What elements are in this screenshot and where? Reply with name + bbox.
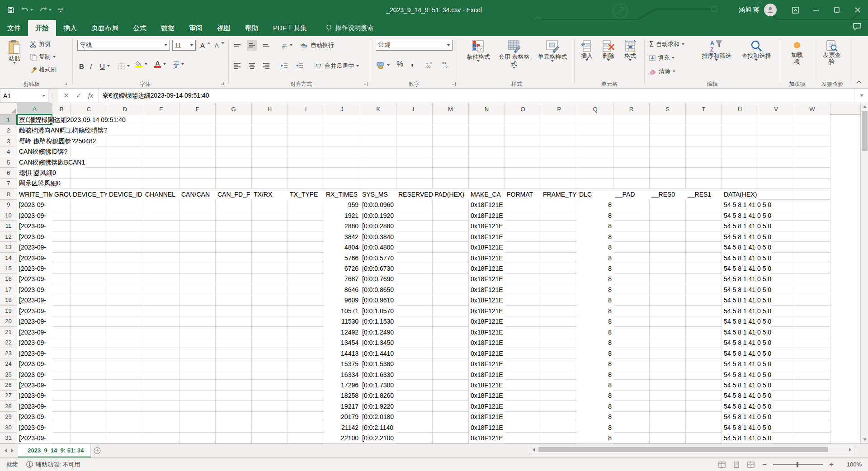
cell-K2[interactable] — [360, 125, 396, 136]
cell-U7[interactable] — [722, 179, 758, 189]
cell-V3[interactable] — [758, 136, 794, 146]
cell-C15[interactable] — [71, 263, 107, 273]
horizontal-scrollbar-thumb[interactable] — [538, 447, 828, 452]
cell-H10[interactable] — [252, 210, 288, 221]
cell-J26[interactable] — [324, 380, 360, 390]
cell-R8[interactable] — [613, 189, 650, 199]
cell-G24[interactable] — [216, 358, 252, 369]
column-header-C[interactable]: C — [71, 103, 107, 115]
cell-N30[interactable] — [469, 422, 505, 433]
cell-G2[interactable] — [216, 125, 252, 136]
cell-G17[interactable] — [216, 284, 252, 295]
cell-M30[interactable] — [433, 422, 469, 433]
cell-J28[interactable] — [324, 401, 360, 411]
cell-B31[interactable] — [52, 433, 71, 443]
cell-L23[interactable] — [396, 348, 433, 358]
cell-D19[interactable] — [107, 306, 143, 316]
cell-C4[interactable] — [71, 146, 107, 157]
cell-R27[interactable] — [613, 391, 650, 401]
cell-B24[interactable] — [52, 358, 71, 369]
cell-D20[interactable] — [107, 316, 143, 327]
cell-B12[interactable] — [52, 231, 71, 242]
cell-L26[interactable] — [396, 380, 433, 390]
cell-F6[interactable] — [179, 168, 216, 178]
cell-O4[interactable] — [505, 146, 541, 157]
cell-U2[interactable] — [722, 125, 758, 136]
cell-T31[interactable] — [686, 433, 722, 443]
cell-K13[interactable] — [360, 242, 396, 252]
cell-T7[interactable] — [686, 179, 722, 189]
cell-E7[interactable] — [143, 179, 179, 189]
cell-M14[interactable] — [433, 253, 469, 263]
merge-center-button[interactable]: 合并后居中 — [313, 61, 361, 71]
cell-V13[interactable] — [758, 242, 794, 252]
cell-S13[interactable] — [650, 242, 686, 252]
row-header-30[interactable]: 30 — [0, 422, 17, 433]
cell-C11[interactable] — [71, 221, 107, 231]
cell-C23[interactable] — [71, 348, 107, 358]
cell-H26[interactable] — [252, 380, 288, 390]
cell-I12[interactable] — [288, 231, 324, 242]
cell-S9[interactable] — [650, 200, 686, 210]
cell-F16[interactable] — [179, 274, 216, 284]
cell-W13[interactable] — [794, 242, 830, 252]
cell-J9[interactable] — [324, 200, 360, 210]
cell-S4[interactable] — [650, 146, 686, 157]
vertical-scrollbar[interactable] — [860, 103, 868, 443]
cell-I4[interactable] — [288, 146, 324, 157]
cell-I22[interactable] — [288, 337, 324, 348]
cell-I3[interactable] — [288, 136, 324, 146]
addins-button[interactable]: 加载项 — [787, 38, 807, 66]
cell-C13[interactable] — [71, 242, 107, 252]
cell-P5[interactable] — [541, 157, 577, 168]
cell-F8[interactable] — [179, 189, 216, 199]
cell-E1[interactable] — [143, 115, 179, 125]
cell-O18[interactable] — [505, 295, 541, 306]
cell-G4[interactable] — [216, 146, 252, 157]
cell-A29[interactable] — [17, 412, 52, 422]
cell-U13[interactable] — [722, 242, 758, 252]
cell-G23[interactable] — [216, 348, 252, 358]
cell-B8[interactable] — [52, 189, 71, 199]
column-header-M[interactable]: M — [433, 103, 469, 115]
cell-J5[interactable] — [324, 157, 360, 168]
row-header-16[interactable]: 16 — [0, 274, 17, 284]
cell-W5[interactable] — [794, 157, 830, 168]
cell-P19[interactable] — [541, 306, 577, 316]
alignment-dialog-launcher[interactable] — [363, 82, 368, 86]
cell-O29[interactable] — [505, 412, 541, 422]
cell-E25[interactable] — [143, 369, 179, 380]
new-sheet-button[interactable] — [91, 444, 104, 457]
cell-K12[interactable] — [360, 231, 396, 242]
cell-T30[interactable] — [686, 422, 722, 433]
cell-D25[interactable] — [107, 369, 143, 380]
cell-M15[interactable] — [433, 263, 469, 273]
ribbon-display-options-button[interactable] — [785, 0, 806, 20]
cell-O28[interactable] — [505, 401, 541, 411]
cell-R19[interactable] — [613, 306, 650, 316]
cell-T11[interactable] — [686, 221, 722, 231]
cell-I20[interactable] — [288, 316, 324, 327]
cell-A30[interactable] — [17, 422, 52, 433]
cell-B26[interactable] — [52, 380, 71, 390]
cell-J31[interactable] — [324, 433, 360, 443]
cell-S15[interactable] — [650, 263, 686, 273]
column-header-F[interactable]: F — [179, 103, 216, 115]
cell-L25[interactable] — [396, 369, 433, 380]
cell-V1[interactable] — [758, 115, 794, 125]
cell-N23[interactable] — [469, 348, 505, 358]
grow-font-button[interactable]: A — [198, 40, 212, 51]
font-size-combo[interactable]: 11 — [172, 40, 196, 51]
cell-Q18[interactable] — [577, 295, 613, 306]
cell-H29[interactable] — [252, 412, 288, 422]
column-header-G[interactable]: G — [216, 103, 252, 115]
tab-pdf-tools[interactable]: PDF工具集 — [266, 20, 314, 36]
cell-M4[interactable] — [433, 146, 469, 157]
cell-E28[interactable] — [143, 401, 179, 411]
cell-S23[interactable] — [650, 348, 686, 358]
cell-U24[interactable] — [722, 358, 758, 369]
cell-N4[interactable] — [469, 146, 505, 157]
cell-F15[interactable] — [179, 263, 216, 273]
cell-D30[interactable] — [107, 422, 143, 433]
cell-K7[interactable] — [360, 179, 396, 189]
